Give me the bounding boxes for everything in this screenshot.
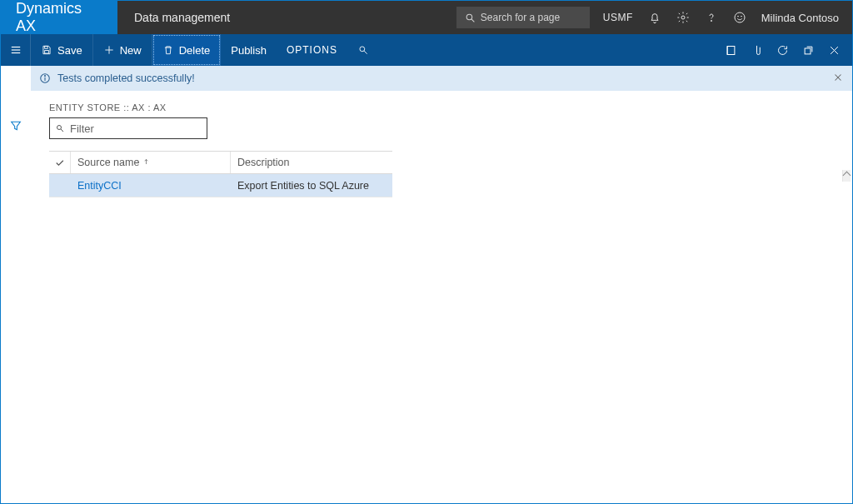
sort-asc-icon: [142, 157, 150, 168]
delete-button[interactable]: Delete: [152, 34, 222, 66]
svg-point-26: [57, 126, 62, 130]
svg-line-15: [364, 51, 367, 53]
source-name-link[interactable]: EntityCCI: [77, 180, 122, 192]
find-button[interactable]: [347, 34, 379, 66]
user-name[interactable]: Milinda Contoso: [761, 12, 839, 24]
svg-rect-11: [45, 51, 49, 54]
office-icon[interactable]: [725, 44, 737, 57]
svg-point-3: [711, 20, 711, 21]
filter-search-icon: [55, 123, 65, 133]
row-checkbox[interactable]: [49, 174, 71, 197]
workspace-title: Data management: [117, 1, 247, 34]
nav-menu-button[interactable]: [1, 34, 31, 66]
svg-point-23: [45, 76, 46, 77]
svg-line-27: [61, 129, 63, 132]
column-source-name[interactable]: Source name: [71, 152, 231, 173]
bell-icon[interactable]: [648, 11, 661, 24]
table-row[interactable]: EntityCCI Export Entities to SQL Azure: [49, 174, 392, 197]
info-icon: [39, 72, 51, 84]
close-icon[interactable]: [828, 44, 841, 57]
refresh-icon[interactable]: [776, 44, 789, 57]
delete-label: Delete: [179, 44, 211, 57]
column-source-name-label: Source name: [77, 157, 139, 168]
svg-line-1: [471, 19, 474, 22]
svg-point-2: [681, 16, 685, 19]
smile-icon[interactable]: [733, 11, 746, 24]
svg-point-14: [360, 47, 365, 52]
global-search[interactable]: Search for a page: [456, 7, 590, 28]
svg-rect-18: [805, 48, 811, 54]
plus-icon: [103, 44, 115, 56]
notification-text: Tests completed successfully!: [57, 72, 195, 84]
scrollbar[interactable]: [842, 170, 851, 182]
column-description-label: Description: [237, 157, 290, 168]
publish-label: Publish: [231, 44, 267, 57]
help-icon[interactable]: [705, 11, 718, 24]
new-label: New: [120, 44, 142, 57]
new-button[interactable]: New: [93, 34, 152, 66]
save-icon: [41, 44, 52, 56]
svg-point-4: [735, 12, 745, 22]
options-button[interactable]: OPTIONS: [277, 34, 347, 66]
notification-bar: Tests completed successfully!: [31, 66, 852, 91]
notification-close[interactable]: [832, 72, 844, 86]
filter-input[interactable]: [70, 122, 202, 135]
select-all-checkbox[interactable]: [49, 152, 71, 173]
svg-rect-10: [45, 46, 48, 48]
row-description: Export Entities to SQL Azure: [237, 180, 369, 192]
brand-title[interactable]: Dynamics AX: [1, 1, 117, 34]
grid-header: Source name Description: [49, 151, 392, 174]
column-description[interactable]: Description: [231, 152, 392, 173]
gear-icon[interactable]: [676, 11, 690, 24]
attach-icon[interactable]: [751, 44, 763, 57]
svg-point-0: [466, 14, 472, 20]
svg-point-6: [741, 16, 741, 17]
trash-icon: [162, 44, 174, 56]
company-picker[interactable]: USMF: [603, 12, 633, 23]
search-placeholder: Search for a page: [481, 12, 560, 23]
popout-icon[interactable]: [802, 44, 815, 57]
svg-point-5: [737, 16, 738, 17]
filter-input-wrapper[interactable]: [49, 117, 207, 139]
save-button[interactable]: Save: [31, 34, 93, 66]
entity-grid: Source name Description EntityCCI Export…: [49, 151, 392, 197]
save-label: Save: [57, 44, 82, 57]
funnel-icon[interactable]: [9, 119, 22, 132]
search-icon: [465, 12, 476, 23]
options-label: OPTIONS: [287, 44, 337, 56]
publish-button[interactable]: Publish: [221, 34, 277, 66]
breadcrumb: ENTITY STORE :: AX : AX: [49, 102, 836, 112]
search-small-icon: [357, 44, 369, 56]
svg-rect-16: [727, 46, 735, 54]
